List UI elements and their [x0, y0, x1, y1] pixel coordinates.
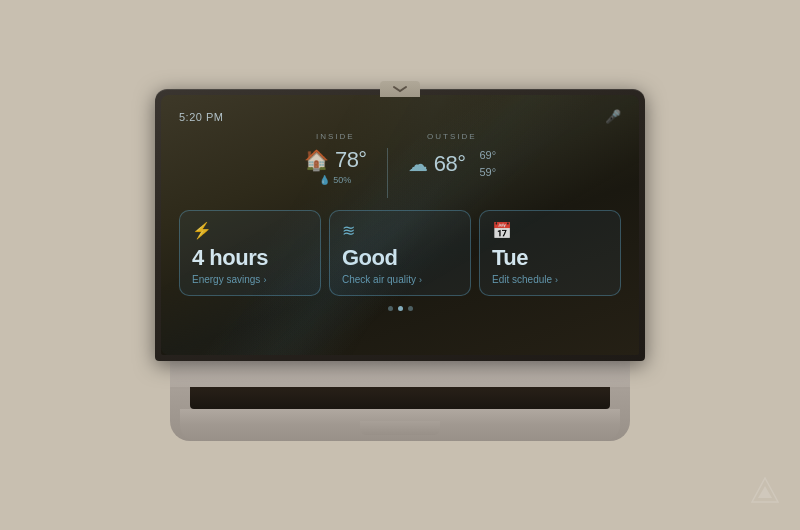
stand-top-piece [170, 361, 630, 387]
inside-label: INSIDE [316, 132, 355, 141]
card-icon-0: ⚡ [192, 221, 308, 240]
inside-weather-main: 🏠 78° [304, 147, 367, 173]
dot-1[interactable] [388, 306, 393, 311]
card-label-2: Edit schedule › [492, 274, 608, 285]
stand-base [170, 361, 630, 441]
card-value-0: 4 hours [192, 246, 308, 270]
card-value-1: Good [342, 246, 458, 270]
card-arrow-0: › [263, 275, 266, 285]
dot-3[interactable] [408, 306, 413, 311]
home-icon: 🏠 [304, 148, 329, 172]
card-0[interactable]: ⚡ 4 hours Energy savings › [179, 210, 321, 296]
device-container: 5:20 PM 🎤 INSIDE 🏠 78° 💧 50% [155, 89, 645, 441]
cards-row: ⚡ 4 hours Energy savings › ≋ Good Check … [179, 210, 621, 296]
card-label-text-1: Check air quality [342, 274, 416, 285]
card-arrow-2: › [555, 275, 558, 285]
card-label-text-0: Energy savings [192, 274, 260, 285]
time-display: 5:20 PM [179, 111, 223, 123]
card-label-text-2: Edit schedule [492, 274, 552, 285]
stand-tab [360, 421, 440, 435]
cloud-icon: ☁ [408, 152, 428, 176]
card-1[interactable]: ≋ Good Check air quality › [329, 210, 471, 296]
outside-weather: OUTSIDE ☁ 68° 69° 59° [388, 132, 516, 180]
weather-section: INSIDE 🏠 78° 💧 50% OUTSIDE ☁ 68° [179, 132, 621, 198]
card-value-2: Tue [492, 246, 608, 270]
card-arrow-1: › [419, 275, 422, 285]
page-dots [179, 306, 621, 311]
card-icon-1: ≋ [342, 221, 458, 240]
stand-middle [190, 387, 610, 409]
humidity-icon: 💧 [319, 175, 330, 185]
device-screen: 5:20 PM 🎤 INSIDE 🏠 78° 💧 50% [161, 95, 639, 355]
outside-label: OUTSIDE [427, 132, 477, 141]
humidity-value: 50% [333, 175, 351, 185]
card-icon-2: 📅 [492, 221, 608, 240]
card-2[interactable]: 📅 Tue Edit schedule › [479, 210, 621, 296]
dot-2[interactable] [398, 306, 403, 311]
outside-hi-lo: 69° 59° [479, 147, 496, 180]
temp-hi: 69° [479, 147, 496, 164]
mic-icon[interactable]: 🎤 [605, 109, 621, 124]
watermark [750, 476, 780, 510]
inside-weather: INSIDE 🏠 78° 💧 50% [284, 132, 387, 185]
card-label-0: Energy savings › [192, 274, 308, 285]
outside-temp: 68° [434, 151, 466, 177]
inside-temp: 78° [335, 147, 367, 173]
top-bar: 5:20 PM 🎤 [179, 109, 621, 124]
outside-weather-main: ☁ 68° 69° 59° [408, 147, 496, 180]
screen-bezel: 5:20 PM 🎤 INSIDE 🏠 78° 💧 50% [155, 89, 645, 361]
temp-lo: 59° [479, 164, 496, 181]
stand-lower [180, 409, 620, 441]
card-label-1: Check air quality › [342, 274, 458, 285]
bezel-chevron[interactable] [380, 81, 420, 97]
humidity-display: 💧 50% [319, 175, 351, 185]
